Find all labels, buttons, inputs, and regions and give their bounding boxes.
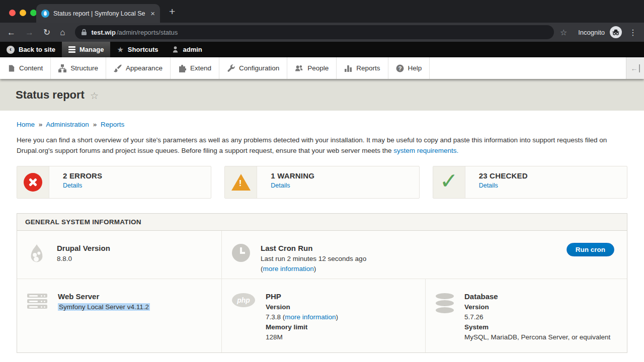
system-requirements-link[interactable]: system requirements. bbox=[393, 147, 458, 154]
database-title: Database bbox=[464, 292, 610, 301]
collapse-icon: ← bbox=[631, 64, 640, 72]
breadcrumb-administration-link[interactable]: Administration bbox=[46, 121, 89, 128]
error-icon bbox=[24, 173, 42, 192]
run-cron-button[interactable]: Run cron bbox=[567, 243, 614, 256]
main-content: Home » Administration » Reports Here you… bbox=[0, 111, 644, 362]
intro-text: Here you can find a short overview of yo… bbox=[17, 136, 607, 154]
shortcut-toggle-star-icon[interactable]: ☆ bbox=[90, 90, 99, 102]
menu-item-appearance[interactable]: Appearance bbox=[106, 57, 171, 79]
address-bar[interactable]: test.wip /admin/reports/status bbox=[75, 25, 554, 39]
url-path: /admin/reports/status bbox=[117, 29, 178, 36]
breadcrumb-home-link[interactable]: Home bbox=[17, 121, 35, 128]
warnings-details-link[interactable]: Details bbox=[271, 182, 314, 189]
cron-more-information-link[interactable]: more information bbox=[263, 265, 314, 273]
shortcuts-label: Shortcuts bbox=[128, 46, 158, 53]
browser-tab[interactable]: Status report | Symfony Local Se × bbox=[36, 4, 160, 23]
incognito-label: Incognito bbox=[578, 29, 605, 36]
manage-label: Manage bbox=[79, 46, 104, 53]
clock-icon bbox=[232, 244, 250, 262]
browser-menu-icon[interactable]: ⋮ bbox=[629, 28, 637, 37]
bookmark-icon[interactable]: ☆ bbox=[560, 28, 567, 37]
menu-label: Appearance bbox=[126, 64, 163, 72]
admin-menu-bar: Content Structure Appearance Extend Conf… bbox=[0, 57, 644, 79]
admin-toolbar: ‹ Back to site Manage ★ Shortcuts admin bbox=[0, 42, 644, 57]
close-window-button[interactable] bbox=[9, 10, 16, 16]
panel-title: GENERAL SYSTEM INFORMATION bbox=[17, 214, 627, 231]
tab-close-icon[interactable]: × bbox=[150, 9, 155, 18]
back-to-site-link[interactable]: ‹ Back to site bbox=[0, 42, 62, 57]
back-to-site-icon: ‹ bbox=[7, 46, 15, 54]
checked-icon-cell: ✓ bbox=[433, 166, 465, 198]
appearance-icon bbox=[114, 64, 122, 72]
shortcuts-tab[interactable]: ★ Shortcuts bbox=[110, 42, 165, 57]
page-header: Status report ☆ bbox=[0, 79, 644, 111]
content-icon bbox=[8, 64, 15, 72]
cron-last-run: Last run 2 minutes 12 seconds ago bbox=[261, 254, 366, 264]
web-server-cell: Web Server Symfony Local Server v4.11.2 bbox=[17, 279, 222, 352]
menu-item-people[interactable]: People bbox=[287, 57, 337, 79]
checked-details-link[interactable]: Details bbox=[479, 182, 528, 189]
minimize-window-button[interactable] bbox=[20, 10, 26, 16]
menu-label: Reports bbox=[356, 64, 380, 72]
cron-title: Last Cron Run bbox=[261, 244, 366, 252]
menu-item-reports[interactable]: Reports bbox=[337, 57, 388, 79]
back-to-site-label: Back to site bbox=[19, 46, 55, 53]
configuration-icon bbox=[227, 64, 235, 72]
manage-tab[interactable]: Manage bbox=[62, 42, 110, 57]
home-icon[interactable]: ⌂ bbox=[60, 28, 65, 37]
menu-label: Structure bbox=[70, 64, 98, 72]
drupal-favicon-icon bbox=[41, 10, 49, 18]
window-controls bbox=[9, 10, 37, 16]
errors-count: 2 ERRORS bbox=[63, 171, 102, 180]
menu-item-extend[interactable]: Extend bbox=[171, 57, 219, 79]
back-icon[interactable]: ← bbox=[7, 28, 16, 37]
web-server-title: Web Server bbox=[58, 292, 150, 301]
warnings-card: ! 1 WARNING Details bbox=[224, 166, 419, 199]
checked-count: 23 CHECKED bbox=[479, 171, 528, 180]
checked-card: ✓ 23 CHECKED Details bbox=[433, 166, 627, 199]
browser-toolbar: ← → ↻ ⌂ test.wip /admin/reports/status ☆… bbox=[0, 23, 644, 42]
new-tab-button[interactable]: + bbox=[169, 6, 175, 18]
help-icon: ? bbox=[396, 64, 404, 72]
database-version-value: 5.7.26 bbox=[464, 312, 610, 322]
reports-icon bbox=[344, 64, 352, 72]
general-system-information-panel: GENERAL SYSTEM INFORMATION Drupal Versio… bbox=[17, 213, 627, 353]
check-icon: ✓ bbox=[440, 170, 458, 192]
php-title: PHP bbox=[266, 292, 338, 301]
breadcrumb: Home » Administration » Reports bbox=[17, 121, 627, 128]
errors-details-link[interactable]: Details bbox=[63, 182, 102, 189]
warning-icon: ! bbox=[231, 174, 251, 191]
menu-item-content[interactable]: Content bbox=[0, 57, 51, 79]
menu-label: People bbox=[307, 64, 329, 72]
php-memory-limit-value: 128M bbox=[266, 332, 338, 342]
browser-tabstrip: Status report | Symfony Local Se × + bbox=[0, 0, 644, 23]
page-title: Status report bbox=[16, 88, 85, 102]
toolbar-orientation-toggle[interactable]: ← bbox=[626, 57, 644, 79]
breadcrumb-reports-link[interactable]: Reports bbox=[101, 121, 124, 128]
breadcrumb-separator: » bbox=[93, 121, 97, 128]
shortcuts-star-icon: ★ bbox=[117, 45, 123, 54]
php-version-label: Version bbox=[266, 302, 338, 312]
drupal-logo-icon bbox=[27, 244, 46, 265]
manage-icon bbox=[68, 46, 75, 53]
database-version-label: Version bbox=[464, 302, 610, 312]
lock-icon bbox=[81, 29, 87, 36]
breadcrumb-separator: » bbox=[39, 121, 43, 128]
incognito-icon bbox=[610, 26, 622, 38]
database-cell: Database Version 5.7.26 System MySQL, Ma… bbox=[426, 279, 627, 352]
database-system-value: MySQL, MariaDB, Percona Server, or equiv… bbox=[464, 332, 610, 342]
user-account-tab[interactable]: admin bbox=[165, 42, 209, 57]
menu-item-help[interactable]: ? Help bbox=[388, 57, 430, 79]
url-host: test.wip bbox=[92, 29, 116, 36]
menu-item-structure[interactable]: Structure bbox=[51, 57, 106, 79]
reload-icon[interactable]: ↻ bbox=[43, 28, 50, 37]
menu-item-configuration[interactable]: Configuration bbox=[219, 57, 287, 79]
warning-mark: ! bbox=[239, 178, 242, 189]
php-icon: php bbox=[232, 293, 255, 307]
last-cron-run-cell: Last Cron Run Last run 2 minutes 12 seco… bbox=[222, 231, 627, 279]
forward-icon[interactable]: → bbox=[25, 28, 34, 37]
php-more-information-link[interactable]: more information bbox=[285, 313, 336, 321]
warnings-count: 1 WARNING bbox=[271, 171, 314, 180]
drupal-version-cell: Drupal Version 8.8.0 bbox=[17, 231, 222, 279]
database-system-label: System bbox=[464, 322, 610, 332]
